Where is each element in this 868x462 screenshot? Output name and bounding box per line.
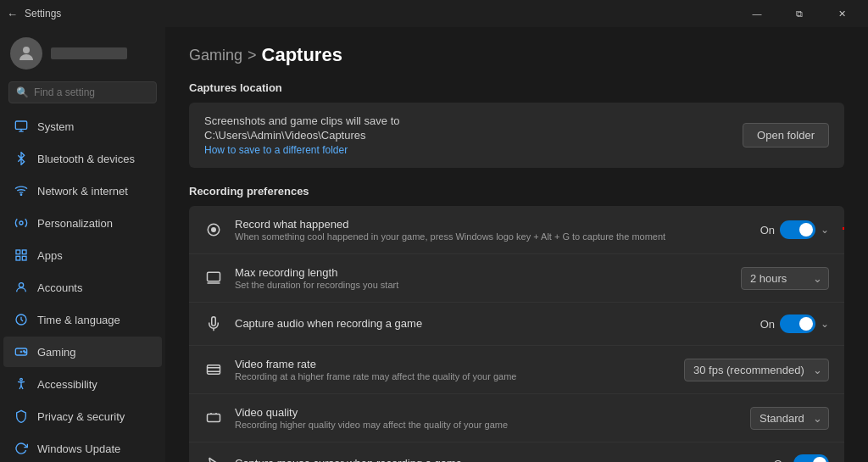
title-bar-controls: — ⧉ ✕	[737, 0, 861, 27]
mouse-icon	[204, 454, 223, 462]
search-input[interactable]	[34, 86, 161, 98]
row-max-recording-length: Max recording length Set the duration fo…	[189, 254, 844, 303]
location-card-title: Screenshots and game clips will save to	[204, 114, 400, 127]
gaming-icon	[14, 344, 29, 359]
video-quality-select-wrapper[interactable]: Standard High	[750, 407, 829, 430]
sidebar-label-apps: Apps	[37, 249, 63, 262]
video-quality-icon	[204, 409, 223, 427]
row-record-what-happened: Record what happened When something cool…	[189, 206, 844, 254]
sidebar-item-gaming[interactable]: Gaming	[3, 337, 162, 367]
svg-rect-7	[22, 250, 26, 254]
sidebar-label-personalization: Personalization	[37, 217, 113, 230]
svg-rect-1	[15, 121, 26, 129]
restore-button[interactable]: ⧉	[780, 0, 819, 27]
sidebar-item-time[interactable]: Time & language	[3, 304, 162, 335]
sidebar-item-personalization[interactable]: Personalization	[3, 208, 162, 238]
captures-location-card: Screenshots and game clips will save to …	[189, 103, 844, 168]
capture-mouse-toggle[interactable]	[793, 454, 829, 462]
open-folder-button[interactable]: Open folder	[743, 123, 829, 148]
time-icon	[14, 312, 29, 327]
svg-point-5	[19, 221, 23, 225]
svg-point-17	[20, 378, 23, 381]
recording-length-select[interactable]: 30 minutes 1 hour 2 hours 4 hours	[741, 267, 829, 290]
record-text: Record what happened When something cool…	[235, 218, 748, 242]
sidebar-label-accessibility: Accessibility	[37, 378, 97, 391]
capture-mouse-text: Capture mouse cursor when recording a ga…	[235, 457, 762, 462]
video-frame-icon	[204, 360, 223, 379]
audio-icon	[204, 314, 223, 333]
video-frame-select-wrapper[interactable]: 30 fps (recommended) 60 fps	[684, 359, 829, 381]
sidebar-label-privacy: Privacy & security	[37, 410, 125, 423]
sidebar-label-time: Time & language	[37, 314, 120, 326]
capture-audio-control: On ⌄	[760, 314, 829, 333]
svg-rect-25	[208, 365, 220, 375]
sidebar-item-update[interactable]: Windows Update	[3, 433, 162, 462]
breadcrumb-parent[interactable]: Gaming	[189, 47, 242, 64]
capture-audio-toggle[interactable]	[780, 314, 815, 333]
sidebar-item-bluetooth[interactable]: Bluetooth & devices	[3, 143, 162, 174]
svg-rect-9	[22, 256, 26, 260]
recording-length-select-wrapper[interactable]: 30 minutes 1 hour 2 hours 4 hours	[741, 267, 829, 290]
location-path: C:\Users\Admin\Videos\Captures	[204, 129, 400, 142]
recording-preferences-title: Recording preferences	[189, 185, 844, 198]
record-chevron[interactable]: ⌄	[821, 224, 829, 236]
captures-location-title: Captures location	[189, 81, 844, 94]
video-frame-title: Video frame rate	[235, 358, 672, 370]
sidebar-item-privacy[interactable]: Privacy & security	[3, 401, 162, 431]
video-quality-text: Video quality Recording higher quality v…	[235, 406, 738, 430]
svg-rect-28	[208, 415, 220, 422]
sidebar-item-accessibility[interactable]: Accessibility	[3, 369, 162, 399]
breadcrumb-current: Captures	[262, 44, 342, 66]
user-icon	[16, 43, 36, 64]
sidebar-label-accounts: Accounts	[37, 281, 82, 294]
row-capture-mouse: Capture mouse cursor when recording a ga…	[189, 443, 844, 462]
location-link[interactable]: How to save to a different folder	[204, 144, 348, 156]
recording-length-subtitle: Set the duration for recordings you star…	[235, 280, 729, 290]
app-title: Settings	[25, 8, 61, 19]
recording-length-title: Max recording length	[235, 266, 729, 279]
capture-audio-chevron[interactable]: ⌄	[821, 318, 829, 330]
record-toggle[interactable]	[780, 220, 815, 239]
title-bar-left: ← Settings	[7, 8, 61, 20]
record-icon	[204, 220, 223, 239]
close-button[interactable]: ✕	[822, 0, 861, 27]
row-video-quality: Video quality Recording higher quality v…	[189, 394, 844, 443]
svg-rect-6	[16, 250, 20, 254]
minimize-button[interactable]: —	[737, 0, 776, 27]
privacy-icon	[14, 409, 29, 424]
video-frame-control[interactable]: 30 fps (recommended) 60 fps	[684, 359, 829, 381]
recording-preferences-card: Record what happened When something cool…	[189, 206, 844, 462]
record-subtitle: When something cool happened in your gam…	[235, 231, 748, 242]
search-icon: 🔍	[16, 86, 29, 98]
video-quality-control[interactable]: Standard High	[750, 407, 829, 430]
recording-length-text: Max recording length Set the duration fo…	[235, 266, 729, 290]
sidebar-item-apps[interactable]: Apps	[3, 240, 162, 270]
network-icon	[14, 183, 29, 198]
video-quality-select[interactable]: Standard High	[750, 407, 829, 430]
svg-point-4	[20, 194, 21, 195]
breadcrumb: Gaming > Captures	[189, 44, 844, 66]
back-icon[interactable]: ←	[7, 8, 18, 20]
svg-point-19	[211, 227, 216, 232]
profile-name-bar	[51, 47, 127, 59]
sidebar-label-system: System	[37, 120, 74, 133]
location-info: Screenshots and game clips will save to …	[204, 114, 400, 156]
sidebar-item-network[interactable]: Network & internet	[3, 175, 162, 206]
sidebar-item-system[interactable]: System	[3, 111, 162, 142]
content-area: Gaming > Captures Captures location Scre…	[165, 27, 868, 462]
video-frame-select[interactable]: 30 fps (recommended) 60 fps	[684, 359, 829, 381]
svg-point-10	[19, 283, 23, 287]
recording-length-control[interactable]: 30 minutes 1 hour 2 hours 4 hours	[741, 267, 829, 290]
title-bar: ← Settings — ⧉ ✕	[0, 0, 868, 27]
row-capture-audio: Capture audio when recording a game On ⌄	[189, 303, 844, 346]
video-quality-subtitle: Recording higher quality video may affec…	[235, 420, 738, 430]
video-frame-subtitle: Recording at a higher frame rate may aff…	[235, 371, 672, 381]
accounts-icon	[14, 280, 29, 295]
capture-mouse-control: On	[774, 454, 829, 462]
search-box[interactable]: 🔍	[8, 81, 157, 103]
red-arrow-annotation	[839, 217, 844, 243]
sidebar-label-gaming: Gaming	[37, 346, 76, 359]
sidebar-item-accounts[interactable]: Accounts	[3, 272, 162, 303]
app-body: 🔍 System Bluetooth & devices Network & i…	[0, 27, 868, 462]
system-icon	[14, 119, 29, 134]
